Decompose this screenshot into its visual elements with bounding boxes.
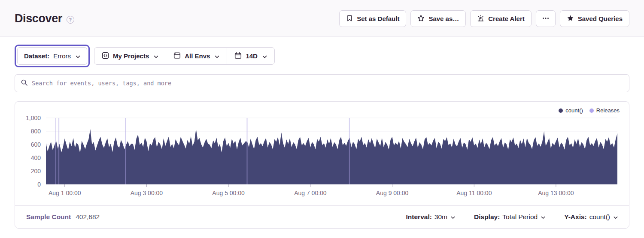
search-icon: [21, 79, 28, 88]
sample-count-value: 402,682: [76, 213, 100, 221]
chevron-down-icon: [76, 52, 80, 60]
svg-text:1,000: 1,000: [26, 114, 41, 121]
chart-plot-area[interactable]: 02004006008001,000Aug 1 00:00Aug 3 00:00…: [15, 102, 629, 205]
help-icon[interactable]: ?: [67, 16, 74, 24]
svg-text:Aug 9 00:00: Aug 9 00:00: [376, 190, 409, 196]
dataset-dropdown[interactable]: Dataset: Errors: [17, 47, 87, 65]
page-title: Discover: [15, 12, 62, 25]
page-header: Discover ? Set as Default Save as… Creat…: [0, 0, 644, 37]
search-input[interactable]: [32, 80, 623, 87]
chart-footer: Sample Count 402,682 Interval: 30m Displ…: [15, 205, 629, 228]
svg-text:Aug 3 00:00: Aug 3 00:00: [131, 190, 163, 196]
bookmark-icon: [346, 15, 353, 23]
count-series-dot-icon: [559, 108, 563, 113]
chevron-down-icon: [451, 213, 455, 221]
svg-text:200: 200: [31, 168, 41, 175]
sample-count-label: Sample Count: [26, 213, 71, 221]
errors-area-chart[interactable]: count() Releases 02004006008001,000Aug 1…: [15, 102, 629, 205]
events-chart-card: count() Releases 02004006008001,000Aug 1…: [15, 101, 629, 229]
interval-dropdown[interactable]: Interval: 30m: [406, 213, 455, 221]
svg-text:Aug 13 00:00: Aug 13 00:00: [538, 190, 574, 196]
dataset-highlight-box: Dataset: Errors: [15, 45, 90, 67]
chevron-down-icon: [541, 213, 545, 221]
releases-series-dot-icon: [589, 108, 594, 113]
display-dropdown[interactable]: Display: Total Period: [474, 213, 545, 221]
save-as-button[interactable]: Save as…: [410, 10, 466, 27]
filter-bar: Dataset: Errors My Projects: [15, 45, 629, 67]
svg-text:Aug 1 00:00: Aug 1 00:00: [49, 190, 81, 196]
svg-text:Aug 5 00:00: Aug 5 00:00: [212, 190, 245, 196]
chevron-down-icon: [215, 52, 219, 60]
chevron-down-icon: [262, 52, 267, 60]
set-as-default-button[interactable]: Set as Default: [339, 10, 406, 27]
window-icon: [173, 52, 181, 60]
svg-text:0: 0: [37, 181, 41, 188]
ellipsis-icon: [542, 15, 550, 23]
svg-text:600: 600: [31, 141, 41, 148]
y-axis-dropdown[interactable]: Y-Axis: count(): [564, 213, 618, 221]
date-range-dropdown[interactable]: 14D: [227, 48, 274, 64]
search-bar: [15, 74, 629, 92]
projects-dropdown[interactable]: My Projects: [94, 48, 166, 64]
more-options-button[interactable]: [536, 10, 556, 27]
siren-icon: [477, 15, 484, 23]
svg-text:400: 400: [31, 154, 41, 161]
legend-item-count[interactable]: count(): [559, 107, 583, 114]
chevron-down-icon: [154, 52, 158, 60]
star-filled-icon: [567, 15, 574, 23]
environment-dropdown[interactable]: All Envs: [166, 48, 227, 64]
saved-queries-button[interactable]: Saved Queries: [560, 10, 629, 27]
chart-legend: count() Releases: [559, 107, 620, 114]
svg-text:Aug 11 00:00: Aug 11 00:00: [456, 190, 492, 196]
svg-text:800: 800: [31, 128, 41, 135]
page-filter-group: My Projects All Envs: [94, 47, 275, 65]
star-outline-icon: [417, 15, 425, 23]
chevron-down-icon: [614, 213, 618, 221]
create-alert-button[interactable]: Create Alert: [470, 10, 531, 27]
svg-text:Aug 7 00:00: Aug 7 00:00: [294, 190, 327, 196]
calendar-icon: [234, 52, 242, 60]
header-actions: Set as Default Save as… Create Alert: [339, 10, 629, 27]
legend-item-releases[interactable]: Releases: [589, 107, 620, 114]
project-icon: [102, 52, 109, 60]
